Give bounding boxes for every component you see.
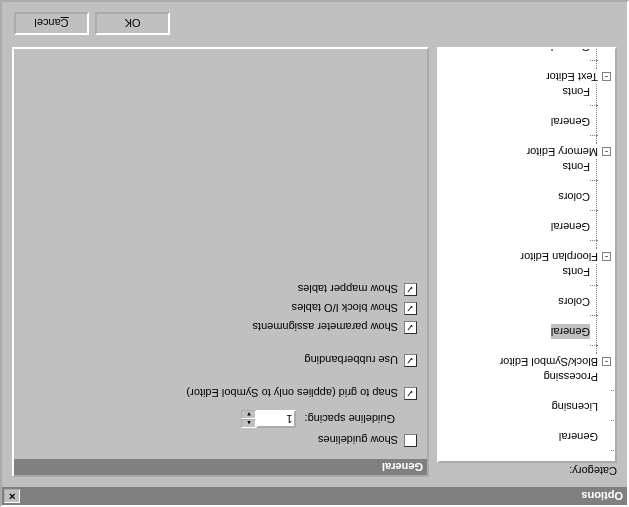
window-title: Options	[20, 490, 625, 502]
checkbox-snap-to-grid[interactable]: ✓	[404, 387, 417, 400]
cancel-button[interactable]: Cancel	[14, 12, 89, 35]
checkbox-show-block-io[interactable]: ✓	[404, 302, 417, 315]
tree-item-memory-editor[interactable]: -Memory Editor	[441, 144, 611, 159]
checkbox-use-rubberbanding[interactable]: ✓	[404, 354, 417, 367]
ok-button[interactable]: OK	[95, 12, 170, 35]
checkbox-show-mapper[interactable]: ✓	[404, 283, 417, 296]
tree-item-licensing[interactable]: Licensing	[441, 399, 611, 414]
collapse-icon[interactable]: -	[602, 252, 611, 261]
tree-item-floorplan-editor[interactable]: -Floorplan Editor	[441, 249, 611, 264]
tree-item-fpe-fonts[interactable]: Fonts	[441, 159, 590, 174]
label-show-block-io: Show block I/O tables	[292, 303, 398, 315]
panel-title: General	[14, 459, 427, 475]
label-show-parameter: Show parameter assignments	[252, 322, 398, 334]
collapse-icon[interactable]: -	[602, 357, 611, 366]
tree-item-block-symbol-editor[interactable]: -Block/Symbol Editor	[441, 354, 611, 369]
tree-item-processing[interactable]: Processing	[441, 369, 611, 384]
close-icon[interactable]: ✕	[4, 489, 20, 503]
label-guideline-spacing: Guideline spacing:	[304, 413, 395, 425]
label-show-guidelines: Show guidelines	[318, 435, 398, 447]
options-dialog: Options ✕ Category: General Licensing Pr…	[0, 0, 629, 507]
tree-item-bse-fonts[interactable]: Fonts	[441, 264, 590, 279]
tree-item-fpe-general[interactable]: General	[441, 219, 590, 234]
spinner-up-icon[interactable]: ▲	[241, 419, 256, 428]
tree-item-bse-general[interactable]: General	[441, 324, 590, 339]
category-tree[interactable]: General Licensing Processing -Block/Symb…	[437, 47, 617, 463]
checkbox-show-parameter[interactable]: ✓	[404, 321, 417, 334]
tree-item-te-general[interactable]: General	[441, 47, 590, 54]
label-snap-to-grid: Snap to grid (applies only to Symbol Edi…	[186, 388, 398, 400]
category-label: Category:	[437, 465, 617, 477]
guideline-spacing-input[interactable]	[256, 410, 296, 428]
tree-item-general[interactable]: General	[441, 429, 611, 444]
tree-item-me-general[interactable]: General	[441, 114, 590, 129]
spinner-down-icon[interactable]: ▼	[241, 410, 256, 419]
tree-item-fpe-colors[interactable]: Colors	[441, 189, 590, 204]
tree-item-text-editor[interactable]: -Text Editor	[441, 69, 611, 84]
collapse-icon[interactable]: -	[602, 147, 611, 156]
settings-panel: General Show guidelines Guideline spacin…	[12, 47, 429, 477]
label-show-mapper: Show mapper tables	[298, 284, 398, 296]
tree-item-bse-colors[interactable]: Colors	[441, 294, 590, 309]
checkbox-show-guidelines[interactable]	[404, 434, 417, 447]
collapse-icon[interactable]: -	[602, 72, 611, 81]
label-use-rubberbanding: Use rubberbanding	[304, 355, 398, 367]
titlebar: Options ✕	[2, 487, 627, 505]
tree-item-me-fonts[interactable]: Fonts	[441, 84, 590, 99]
